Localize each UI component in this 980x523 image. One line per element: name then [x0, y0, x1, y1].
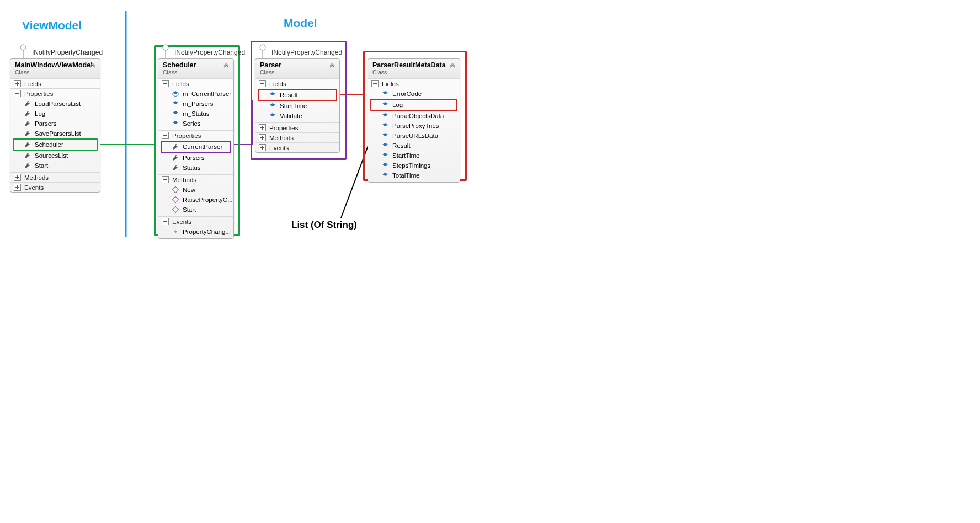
lightning-icon — [172, 228, 179, 236]
section-label: Methods — [172, 177, 196, 183]
wrench-icon — [24, 141, 31, 148]
svg-point-9 — [163, 45, 168, 50]
field-item[interactable]: ParseURLsData — [368, 131, 460, 141]
collapse-chevron-icon[interactable] — [328, 62, 336, 70]
collapse-icon[interactable] — [371, 80, 379, 87]
field-icon — [172, 110, 179, 118]
section-properties[interactable]: Properties — [10, 89, 100, 98]
section-fields[interactable]: Fields — [255, 79, 339, 88]
section-fields[interactable]: Fields — [158, 79, 233, 88]
method-icon — [172, 196, 179, 204]
item-label: StartTime — [392, 151, 419, 160]
item-label: TotalTime — [392, 171, 419, 180]
field-icon — [269, 91, 276, 99]
class-header[interactable]: Parser Class — [255, 59, 339, 78]
method-item[interactable]: Start — [158, 205, 233, 215]
method-item[interactable]: RaisePropertyC... — [158, 195, 233, 205]
class-box-parser[interactable]: Parser Class Fields Result StartTime Val… — [255, 58, 340, 153]
property-item[interactable]: LoadParsersList — [10, 99, 100, 109]
event-item[interactable]: PropertyChang... — [158, 227, 233, 237]
field-item[interactable]: StepsTimings — [368, 161, 460, 170]
class-box-parserresultmetadata[interactable]: ParserResultMetaData Class Fields ErrorC… — [368, 58, 460, 183]
expand-icon[interactable] — [14, 184, 21, 191]
field-icon — [381, 112, 389, 120]
class-header[interactable]: ParserResultMetaData Class — [368, 59, 460, 78]
field-item-result[interactable]: Result — [258, 89, 337, 101]
class-subtitle: Class — [372, 69, 456, 76]
section-fields[interactable]: Fields — [10, 79, 100, 88]
class-title: ParserResultMetaData — [372, 61, 456, 69]
field-item[interactable]: StartTime — [255, 101, 339, 111]
item-label: ParseObjectsData — [392, 111, 444, 120]
section-properties[interactable]: Properties — [158, 131, 233, 140]
expand-icon[interactable] — [14, 80, 21, 87]
class-subtitle: Class — [15, 69, 97, 76]
field-item[interactable]: m_Parsers — [158, 99, 233, 109]
expand-icon[interactable] — [259, 124, 266, 131]
field-icon — [381, 142, 389, 150]
section-methods[interactable]: Methods — [158, 175, 233, 184]
wrench-icon — [24, 162, 31, 169]
expand-icon[interactable] — [259, 134, 266, 141]
section-label: Properties — [24, 90, 53, 97]
section-events[interactable]: Events — [158, 217, 233, 226]
section-events[interactable]: Events — [10, 183, 100, 192]
section-methods[interactable]: Methods — [10, 173, 100, 182]
field-item-log[interactable]: Log — [370, 99, 457, 111]
property-item-scheduler[interactable]: Scheduler — [13, 138, 98, 151]
section-label: Events — [172, 218, 191, 225]
field-item[interactable]: m_CurrentParser — [158, 89, 233, 99]
collapse-icon[interactable] — [14, 90, 21, 97]
item-label: Log — [35, 109, 45, 118]
item-label: Log — [392, 100, 403, 109]
collapse-icon[interactable] — [162, 132, 169, 139]
expand-icon[interactable] — [14, 174, 21, 181]
collapse-icon[interactable] — [162, 218, 169, 225]
field-item[interactable]: ErrorCode — [368, 89, 460, 99]
collapse-chevron-icon[interactable] — [89, 62, 97, 70]
item-label: Result — [280, 90, 298, 99]
field-icon — [381, 162, 389, 169]
item-label: Parsers — [183, 153, 205, 162]
field-icon — [381, 122, 389, 130]
expand-icon[interactable] — [259, 144, 266, 151]
field-item[interactable]: StartTime — [368, 151, 460, 161]
collapse-chevron-icon[interactable] — [449, 62, 456, 70]
item-label: New — [183, 185, 195, 194]
property-item[interactable]: Status — [158, 163, 233, 173]
field-item[interactable]: Validate — [255, 111, 339, 121]
field-item[interactable]: ParseProxyTries — [368, 121, 460, 131]
collapse-chevron-icon[interactable] — [222, 62, 230, 70]
field-item[interactable]: Result — [368, 141, 460, 151]
section-fields[interactable]: Fields — [368, 79, 460, 88]
class-box-mainwindowviewmodel[interactable]: MainWindowViewModel Class Fields Propert… — [10, 58, 100, 193]
section-properties[interactable]: Properties — [255, 123, 339, 132]
collapse-icon[interactable] — [259, 80, 266, 87]
class-header[interactable]: Scheduler Class — [158, 59, 233, 78]
class-box-scheduler[interactable]: Scheduler Class Fields m_CurrentParser m… — [158, 58, 234, 239]
field-item[interactable]: TotalTime — [368, 170, 460, 180]
item-label: m_Parsers — [183, 99, 214, 108]
property-item-currentparser[interactable]: CurrentParser — [161, 141, 231, 153]
wrench-icon — [24, 100, 31, 108]
item-label: ErrorCode — [392, 89, 422, 98]
field-item[interactable]: Series — [158, 119, 233, 129]
property-item[interactable]: SourcesList — [10, 151, 100, 161]
class-subtitle: Class — [260, 69, 336, 76]
property-item[interactable]: Parsers — [158, 153, 233, 163]
property-item[interactable]: Parsers — [10, 119, 100, 129]
field-item[interactable]: ParseObjectsData — [368, 111, 460, 121]
property-item[interactable]: Start — [10, 161, 100, 170]
method-item[interactable]: New — [158, 185, 233, 195]
property-item[interactable]: Log — [10, 109, 100, 119]
section-events[interactable]: Events — [255, 143, 339, 152]
class-header[interactable]: MainWindowViewModel Class — [10, 59, 100, 78]
item-label: Parsers — [35, 119, 57, 128]
field-item[interactable]: m_Status — [158, 109, 233, 119]
item-label: m_Status — [183, 109, 210, 118]
collapse-icon[interactable] — [162, 176, 169, 183]
section-methods[interactable]: Methods — [255, 133, 339, 142]
property-item[interactable]: SaveParsersList — [10, 129, 100, 138]
item-label: Validate — [280, 111, 302, 120]
collapse-icon[interactable] — [162, 80, 169, 87]
